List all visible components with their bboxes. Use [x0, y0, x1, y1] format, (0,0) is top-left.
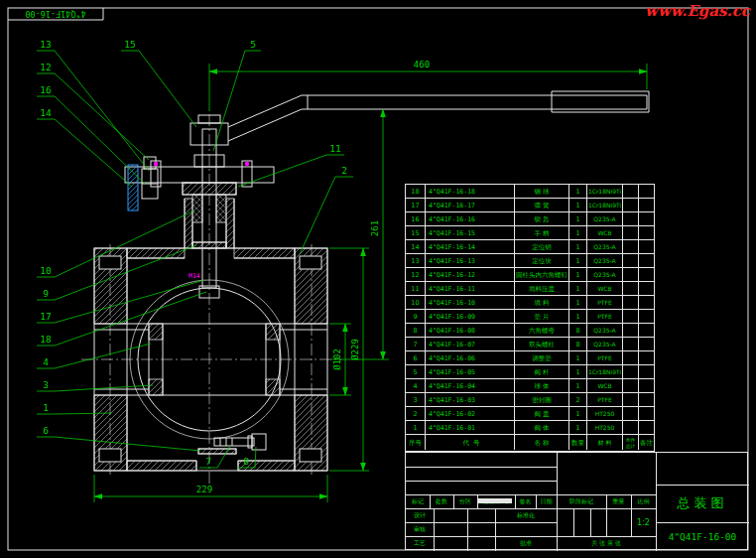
bom-cell-mat: 1Cr18Ni9Ti — [587, 185, 623, 198]
corner-drawing-number: 4"Q41F-16-00 — [25, 9, 85, 19]
revision-bar — [478, 498, 512, 503]
bom-cell-name: 阀 体 — [515, 421, 569, 434]
bom-cell-rem — [639, 199, 654, 211]
stem-thread-label: M14 — [189, 272, 200, 280]
bom-cell-no: 13 — [406, 254, 426, 267]
bom-cell-code: 4"Q41F-16-06 — [426, 351, 515, 364]
sheet-count: 共 张 第 张 — [557, 536, 656, 551]
bom-cell-no: 3 — [406, 393, 426, 406]
bom-row: 104"Q41F-16-10填 料1PTFE — [406, 296, 654, 310]
bom-cell-no: 7 — [406, 338, 426, 350]
bom-cell-code: 4"Q41F-16-08 — [426, 324, 515, 337]
bom-cell-name: 调整垫 — [515, 351, 569, 364]
bom-cell-code: 4"Q41F-16-07 — [426, 338, 515, 350]
tb-label-zone: 分区 — [453, 494, 477, 508]
tb-label-design: 设计 — [406, 508, 434, 522]
bom-cell-code: 4"Q41F-16-17 — [426, 199, 515, 211]
bom-cell-w — [623, 421, 639, 434]
bom-row: 54"Q41F-16-05阀 杆11Cr18Ni9Ti — [406, 365, 654, 379]
bom-cell-qty: 1 — [569, 254, 587, 267]
bom-row: 184"Q41F-16-18钢 球11Cr18Ni9Ti — [406, 185, 654, 199]
bom-header-name: 名 称 — [515, 435, 569, 450]
bom-cell-no: 18 — [406, 185, 426, 198]
bom-cell-w — [623, 379, 639, 392]
tb-label-approve: 批准 — [495, 536, 557, 551]
bom-cell-no: 4 — [406, 379, 426, 392]
bom-header-no: 序号 — [406, 435, 426, 450]
callout-9: 9 — [43, 288, 49, 299]
bom-cell-name: 球 体 — [515, 379, 569, 392]
bom-cell-name: 六角螺母 — [515, 324, 569, 337]
bom-cell-mat: WCB — [587, 282, 623, 295]
bom-cell-no: 9 — [406, 310, 426, 323]
bom-cell-rem — [639, 407, 654, 420]
bom-cell-w — [623, 226, 639, 239]
tb-line — [406, 481, 557, 482]
bom-row: 34"Q41F-16-03密封圈2PTFE — [406, 393, 654, 407]
bom-cell-rem — [639, 338, 654, 350]
bom-cell-w — [623, 365, 639, 378]
bom-cell-no: 16 — [406, 212, 426, 225]
tb-line — [590, 508, 591, 536]
bom-cell-mat: HT250 — [587, 407, 623, 420]
handle — [228, 91, 649, 141]
tb-label-process: 工艺 — [406, 536, 434, 551]
bom-cell-rem — [639, 296, 654, 309]
bom-row: 144"Q41F-16-14定位销1Q235-A — [406, 240, 654, 254]
bom-cell-code: 4"Q41F-16-05 — [426, 365, 515, 378]
tb-label-mark: 标记 — [406, 494, 430, 508]
bom-cell-mat: WCB — [587, 226, 623, 239]
bom-cell-qty: 1 — [569, 212, 587, 225]
callout-11: 11 — [329, 143, 341, 154]
bom-cell-name: 定位销 — [515, 240, 569, 253]
bom-cell-name: 阀 盖 — [515, 407, 569, 420]
bom-cell-w — [623, 199, 639, 211]
bom-cell-rem — [639, 324, 654, 337]
bom-cell-qty: 1 — [569, 379, 587, 392]
bom-cell-mat: 1Cr18Ni9Ti — [587, 365, 623, 378]
bom-cell-w — [623, 185, 639, 198]
bom-cell-w — [623, 351, 639, 364]
bom-header-weight: 单件 总计 — [623, 435, 639, 450]
tb-label-check: 审核 — [406, 522, 434, 536]
bom-cell-mat: Q235-A — [587, 268, 623, 281]
dim-handle-length: 460 — [414, 60, 430, 70]
bom-cell-qty: 1 — [569, 282, 587, 295]
tb-label-standardize: 标准化 — [495, 508, 557, 522]
callout-10: 10 — [40, 265, 52, 276]
bom-cell-rem — [639, 185, 654, 198]
bom-cell-no: 6 — [406, 351, 426, 364]
bom-row: 24"Q41F-16-02阀 盖1HT250 — [406, 407, 654, 421]
bom-cell-rem — [639, 282, 654, 295]
callout-15: 15 — [124, 39, 135, 50]
bom-cell-no: 14 — [406, 240, 426, 253]
bom-header-code: 代 号 — [426, 435, 515, 450]
bom-cell-rem — [639, 379, 654, 392]
callout-13: 13 — [40, 39, 51, 50]
bom-cell-name: 弹 簧 — [515, 199, 569, 211]
callout-7: 7 — [205, 456, 211, 467]
bom-cell-mat: Q235-A — [587, 254, 623, 267]
bom-cell-code: 4"Q41F-16-16 — [426, 212, 515, 225]
bom-cell-qty: 1 — [569, 365, 587, 378]
bom-cell-qty: 8 — [569, 338, 587, 350]
bom-cell-name: 密封圈 — [515, 393, 569, 406]
bom-row: 94"Q41F-16-09垫 片1PTFE — [406, 310, 654, 324]
callout-14: 14 — [40, 107, 52, 118]
bom-header-qty: 数量 — [569, 435, 587, 450]
bom-cell-name: 手 柄 — [515, 226, 569, 239]
bom-cell-mat: Q235-A — [587, 212, 623, 225]
bom-cell-code: 4"Q41F-16-01 — [426, 421, 515, 434]
bolt-mark-left — [154, 162, 158, 166]
tb-label-date: 日期 — [536, 494, 557, 508]
bom-cell-name: 阀 杆 — [515, 365, 569, 378]
bom-cell-mat: PTFE — [587, 351, 623, 364]
tb-label-sign: 签名 — [515, 494, 536, 508]
bom-cell-name: 圆柱头内六角螺钉 — [515, 268, 569, 281]
bom-cell-qty: 1 — [569, 199, 587, 211]
bom-header-row: 序号 代 号 名 称 数量 材 料 单件 总计 备注 — [406, 435, 654, 450]
title-block: 标记 处数 分区 更改文件号 签名 日期 设计 标准化 审核 工艺 批准 阶段标… — [405, 452, 748, 550]
callout-2: 2 — [341, 165, 347, 176]
callout-6: 6 — [43, 425, 49, 436]
bom-cell-name: 双头螺柱 — [515, 338, 569, 350]
